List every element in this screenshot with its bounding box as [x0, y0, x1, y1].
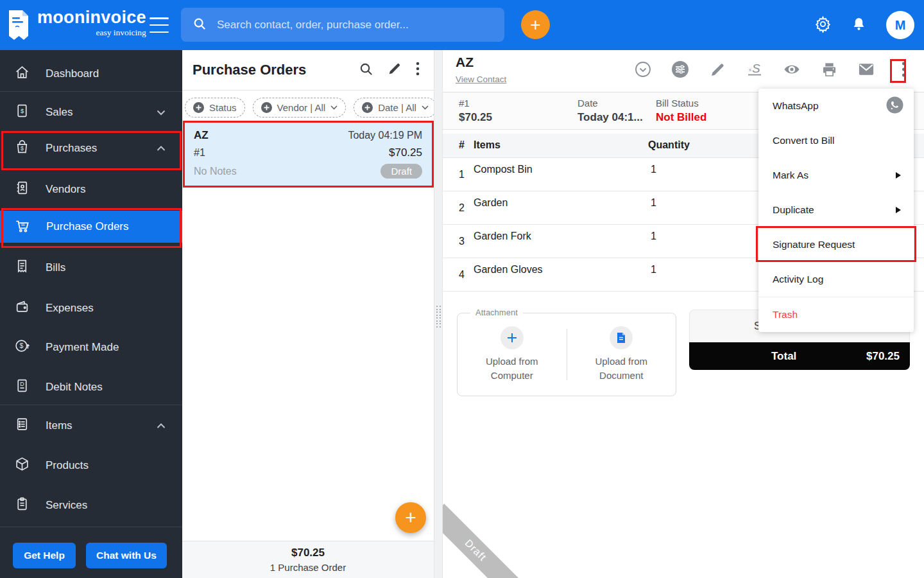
sidebar-item-products[interactable]: Products [0, 450, 182, 482]
whatsapp-icon [886, 96, 903, 116]
sidebar-item-items[interactable]: Items [0, 410, 182, 442]
sidebar-item-purchase-orders[interactable]: Purchase Orders [0, 211, 182, 243]
sidebar-nav: Dashboard $ Sales $ Purchases Vendors Pu… [0, 50, 182, 578]
chevron-down-icon [330, 105, 338, 110]
sales-invoice-icon: $ [14, 103, 30, 122]
menu-item-trash[interactable]: Trash [758, 297, 914, 332]
print-icon[interactable] [820, 60, 838, 78]
panel-divider [434, 50, 443, 578]
plus-circle-icon [261, 102, 272, 113]
bills-receipt-icon [14, 258, 30, 277]
upload-from-document-button[interactable]: Upload from Document [567, 326, 676, 383]
more-options-menu: WhatsApp Convert to Bill Mark As Duplica… [758, 89, 914, 332]
svg-text:$: $ [20, 342, 24, 349]
col-items: Items [474, 139, 501, 151]
svg-text:x: x [749, 67, 751, 73]
filter-chip-vendor[interactable]: Vendor | All [253, 98, 346, 118]
more-options-kebab-icon[interactable] [894, 60, 912, 78]
list-panel-title: Purchase Orders [193, 62, 359, 78]
sidebar-item-bills[interactable]: Bills [0, 252, 182, 284]
svg-text:$: $ [21, 145, 24, 152]
plus-circle-icon [362, 102, 373, 113]
footer-total: $70.25 [182, 547, 434, 559]
filter-chips-row: Status Vendor | All Date | All [185, 98, 437, 118]
submenu-arrow-icon [896, 172, 901, 179]
settings-gear-icon[interactable] [814, 15, 832, 35]
tune-settings-icon[interactable] [671, 60, 689, 78]
bill-status-value: Not Billed [656, 111, 706, 124]
filter-chip-date[interactable]: Date | All [354, 98, 437, 118]
menu-item-mark-as[interactable]: Mark As [758, 158, 914, 193]
search-icon [193, 17, 207, 33]
po-notes: No Notes [194, 166, 237, 177]
detail-vendor-name: AZ [456, 55, 474, 70]
submenu-arrow-icon [896, 207, 901, 213]
menu-item-whatsapp[interactable]: WhatsApp [758, 89, 914, 123]
sidebar-item-services[interactable]: Services [0, 489, 182, 521]
purchases-bag-icon: $ [14, 139, 30, 158]
notifications-bell-icon[interactable] [851, 16, 867, 35]
app-logo[interactable]: mooninvoice easy invoicing [6, 9, 146, 44]
mooninvoice-logo-icon [6, 9, 31, 44]
payment-made-icon: $ [14, 338, 30, 357]
sidebar-item-purchases[interactable]: $ Purchases [0, 132, 182, 164]
list-kebab-menu-icon[interactable] [416, 61, 420, 79]
filter-chip-status[interactable]: Status [185, 98, 245, 118]
view-contact-link[interactable]: View Contact [456, 74, 506, 84]
sidebar-item-debit-notes[interactable]: D Debit Notes [0, 371, 182, 403]
preview-eye-icon[interactable] [783, 60, 801, 78]
products-box-icon [14, 456, 30, 475]
sidebar-divider [0, 405, 182, 405]
sidebar-item-sales[interactable]: $ Sales [0, 96, 182, 128]
attachment-legend: Attachment [470, 308, 523, 317]
signature-icon[interactable]: xS [746, 60, 764, 78]
search-input[interactable] [216, 18, 493, 32]
sidebar-item-expenses[interactable]: Expenses [0, 292, 182, 324]
items-list-icon [14, 416, 30, 435]
document-icon [610, 326, 633, 349]
get-help-button[interactable]: Get Help [13, 543, 76, 568]
cart-icon [14, 217, 31, 237]
add-purchase-order-button[interactable]: + [395, 502, 426, 533]
menu-item-activity-log[interactable]: Activity Log [758, 262, 914, 297]
email-icon[interactable] [857, 60, 875, 78]
menu-item-duplicate[interactable]: Duplicate [758, 193, 914, 227]
order-number-label: #1 [459, 98, 492, 109]
sidebar-divider [0, 91, 182, 92]
list-footer: $70.25 1 Purchase Order [182, 541, 434, 578]
edit-pencil-icon[interactable] [708, 60, 726, 78]
drag-handle-icon[interactable] [436, 306, 441, 328]
list-edit-pencil-icon[interactable] [388, 62, 402, 78]
debit-notes-icon: D [14, 378, 30, 397]
schedule-status-icon[interactable] [634, 60, 652, 78]
po-amount: $70.25 [389, 146, 422, 159]
menu-item-signature-request[interactable]: Signature Request [758, 227, 914, 262]
chevron-up-icon [157, 419, 166, 432]
purchase-order-list-item[interactable]: AZ Today 04:19 PM #1 $70.25 No Notes Dra… [184, 122, 432, 186]
menu-item-convert-to-bill[interactable]: Convert to Bill [758, 123, 914, 158]
upload-plus-icon [501, 326, 524, 349]
brand-tagline: easy invoicing [37, 28, 146, 37]
plus-circle-icon [193, 102, 204, 113]
list-search-icon[interactable] [359, 62, 373, 79]
global-search [181, 8, 504, 42]
bill-status-label: Bill Status [656, 98, 706, 109]
col-hash: # [459, 139, 465, 151]
sidebar-item-vendors[interactable]: Vendors [0, 173, 182, 206]
sidebar-item-payment-made[interactable]: $ Payment Made [0, 331, 182, 363]
services-clipboard-icon [14, 496, 30, 515]
date-label: Date [578, 98, 643, 109]
attachment-box: Attachment Upload from Computer Upload f… [457, 313, 676, 396]
user-avatar[interactable]: M [886, 11, 914, 39]
status-badge: Draft [381, 164, 422, 179]
hamburger-menu-icon[interactable] [150, 17, 169, 33]
chat-with-us-button[interactable]: Chat with Us [86, 543, 167, 568]
add-new-button[interactable]: + [521, 10, 550, 39]
draft-ribbon: Draft [443, 504, 522, 578]
chevron-down-icon [157, 106, 166, 119]
upload-from-computer-button[interactable]: Upload from Computer [458, 326, 567, 383]
sidebar-item-dashboard[interactable]: Dashboard [0, 58, 182, 90]
top-bar: mooninvoice easy invoicing + M [0, 0, 924, 50]
footer-count: 1 Purchase Order [182, 562, 434, 573]
chevron-up-icon [157, 142, 166, 155]
